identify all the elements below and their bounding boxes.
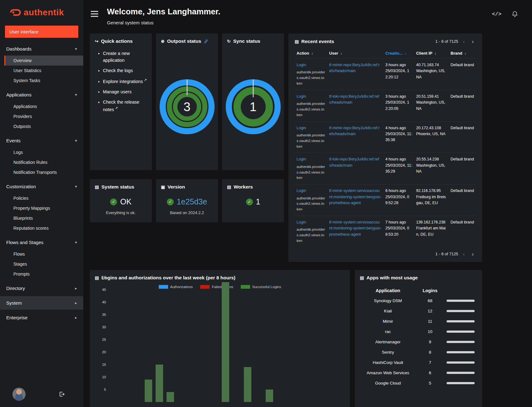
event-time-relative: 4 hours ago bbox=[385, 125, 413, 131]
sidebar-section-enterprise[interactable]: Enterprise ▸ bbox=[0, 311, 83, 324]
sidebar-item-notification-transports[interactable]: Notification Transports bbox=[4, 167, 83, 177]
sidebar-item-flows[interactable]: Flows bbox=[4, 249, 83, 259]
column-header-user[interactable]: User↕ bbox=[327, 48, 384, 59]
app-usage-row[interactable]: HashiCorp Vault 7 bbox=[360, 357, 477, 368]
legend-swatch bbox=[159, 285, 168, 289]
event-action-app: authentik.providers.oauth2.views.token bbox=[297, 101, 326, 118]
column-header-action[interactable]: Action↕ bbox=[295, 48, 327, 59]
avatar[interactable] bbox=[12, 388, 26, 401]
app-usage-row[interactable]: Mimir 11 bbox=[360, 316, 477, 326]
event-user-link[interactable]: tf-mimir-repo:BeryJu/k8s:ref:refs/heads/… bbox=[329, 63, 380, 73]
event-action-link[interactable]: Login bbox=[297, 63, 306, 67]
event-user-link[interactable]: tf-mimir-system:serviceaccount:monitorin… bbox=[329, 220, 381, 237]
sidebar-item-user-statistics[interactable]: User Statistics bbox=[4, 66, 83, 76]
sidebar-section-events[interactable]: Events ▾ bbox=[0, 134, 83, 147]
sidebar-section-applications[interactable]: Applications ▾ bbox=[0, 88, 83, 101]
sidebar-section-system[interactable]: System ▸ bbox=[0, 296, 83, 310]
column-header-creation-date[interactable]: Creatio...↕ bbox=[384, 48, 414, 59]
pagination-next-button[interactable]: › bbox=[470, 38, 476, 44]
outpost-status-icon: ⊕ bbox=[161, 39, 165, 44]
sidebar-item-policies[interactable]: Policies bbox=[4, 193, 83, 203]
event-client-location: Freiburg im Breisgau, DE, EU bbox=[416, 194, 447, 206]
event-action-link[interactable]: Login bbox=[297, 189, 306, 193]
app-logins-count: 11 bbox=[416, 319, 444, 324]
sidebar-item-providers[interactable]: Providers bbox=[4, 111, 83, 121]
table-row[interactable]: Login authentik.providers.oauth2.views.t… bbox=[295, 153, 476, 184]
table-row[interactable]: Login authentik.providers.oauth2.views.t… bbox=[295, 59, 476, 90]
chevron-down-icon: ▾ bbox=[75, 184, 77, 189]
app-usage-bar bbox=[447, 361, 475, 364]
app-usage-row[interactable]: rac 10 bbox=[360, 326, 477, 337]
event-action-link[interactable]: Login bbox=[297, 126, 306, 130]
app-usage-row[interactable]: Google Cloud 5 bbox=[360, 378, 477, 388]
app-name: Alertmanager bbox=[360, 340, 416, 344]
table-row[interactable]: Login authentik.providers.oauth2.views.t… bbox=[295, 90, 476, 121]
sidebar-item-prompts[interactable]: Prompts bbox=[4, 269, 83, 279]
event-time-absolute: 25/03/2024, 11:35:38 bbox=[385, 131, 413, 143]
external-link-icon: ↗ bbox=[115, 106, 118, 110]
recent-events-title: Recent events bbox=[301, 39, 334, 44]
event-user-link[interactable]: tf-loki-repo:BeryJu/k8s:ref:refs/heads/m… bbox=[329, 94, 379, 105]
version-value-link[interactable]: 1e25d3e bbox=[177, 197, 207, 206]
pagination-label: 1 - 6 of 7125 bbox=[435, 39, 458, 44]
quick-action-manage-users[interactable]: Manage users bbox=[103, 89, 147, 96]
authentik-logo[interactable]: authentik bbox=[0, 0, 83, 25]
sidebar-item-property-mappings[interactable]: Property Mappings bbox=[4, 203, 83, 213]
quick-action-explore-integrations[interactable]: Explore integrations↗ bbox=[103, 77, 147, 85]
column-header-brand[interactable]: Brand↕ bbox=[449, 48, 476, 59]
sidebar-section-directory[interactable]: Directory ▸ bbox=[0, 282, 83, 295]
event-action-link[interactable]: Login bbox=[297, 94, 306, 99]
dashboard-content: ↪ Quick actions Create a new application… bbox=[83, 25, 532, 407]
app-logins-count: 10 bbox=[416, 329, 444, 334]
event-user-link[interactable]: tf-mimir-repo:BeryJu/k8s:ref:refs/heads/… bbox=[329, 126, 380, 136]
sidebar-item-logs[interactable]: Logs bbox=[4, 147, 83, 157]
pagination-next-button[interactable]: › bbox=[470, 251, 476, 257]
sidebar-item-stages[interactable]: Stages bbox=[4, 259, 83, 269]
event-client-ip: 139.162.176.238 bbox=[416, 219, 447, 225]
app-usage-row[interactable]: Alertmanager 9 bbox=[360, 337, 477, 347]
pagination-prev-button[interactable]: ‹ bbox=[461, 251, 467, 257]
logout-icon[interactable] bbox=[59, 391, 65, 397]
event-time-absolute: 25/03/2024, 12:20:05 bbox=[385, 100, 413, 112]
app-name: Synology DSM bbox=[360, 298, 416, 303]
y-axis-tick: 40 bbox=[102, 300, 106, 304]
pagination-prev-button[interactable]: ‹ bbox=[461, 38, 467, 44]
api-code-icon[interactable]: </> bbox=[492, 11, 501, 17]
app-usage-row[interactable]: Amazon Web Services 6 bbox=[360, 368, 477, 378]
sidebar-item-applications[interactable]: Applications bbox=[4, 101, 83, 111]
quick-action-release-notes[interactable]: Check the release notes↗ bbox=[103, 99, 147, 113]
app-usage-row[interactable]: Kiali 12 bbox=[360, 306, 477, 316]
sidebar-item-reputation-scores[interactable]: Reputation scores bbox=[4, 223, 83, 233]
table-row[interactable]: Login authentik.providers.oauth2.views.t… bbox=[295, 216, 476, 247]
quick-action-create-application[interactable]: Create a new application bbox=[103, 50, 147, 64]
user-interface-button[interactable]: User interface bbox=[5, 26, 78, 38]
app-logins-count: 12 bbox=[416, 309, 444, 313]
quick-action-check-logs[interactable]: Check the logs bbox=[103, 67, 147, 74]
sidebar-item-outposts[interactable]: Outposts bbox=[4, 121, 83, 131]
sidebar-section-customization[interactable]: Customization ▾ bbox=[0, 180, 83, 193]
quick-actions-title: Quick actions bbox=[101, 38, 133, 44]
event-user-link[interactable]: tf-loki-repo:BeryJu/k8s:ref:refs/heads/m… bbox=[329, 157, 379, 167]
app-usage-row[interactable]: Synology DSM 68 bbox=[360, 296, 477, 306]
sidebar-item-overview[interactable]: Overview bbox=[4, 56, 83, 66]
chevron-down-icon: ▾ bbox=[75, 138, 77, 143]
external-link-icon: ↗ bbox=[144, 78, 147, 82]
app-logins-count: 9 bbox=[416, 340, 444, 344]
app-usage-row[interactable]: Sentry 8 bbox=[360, 347, 477, 357]
sidebar-section-dashboards[interactable]: Dashboards ▾ bbox=[0, 42, 83, 56]
notification-bell-icon[interactable] bbox=[511, 11, 518, 17]
sidebar-item-blueprints[interactable]: Blueprints bbox=[4, 213, 83, 223]
y-axis-tick: 20 bbox=[102, 350, 106, 354]
sidebar-item-notification-rules[interactable]: Notification Rules bbox=[4, 157, 83, 167]
event-action-link[interactable]: Login bbox=[297, 157, 306, 161]
table-row[interactable]: Login authentik.providers.oauth2.views.t… bbox=[295, 121, 476, 153]
link-icon[interactable] bbox=[204, 39, 208, 44]
table-row[interactable]: Login authentik.providers.oauth2.views.t… bbox=[295, 184, 476, 216]
event-user-link[interactable]: tf-mimir-system:serviceaccount:monitorin… bbox=[329, 189, 381, 205]
event-action-link[interactable]: Login bbox=[297, 220, 306, 224]
menu-icon[interactable] bbox=[91, 11, 98, 17]
sidebar-section-flows-and-stages[interactable]: Flows and Stages ▾ bbox=[0, 236, 83, 249]
sync-status-card: ↻ Sync status 1 bbox=[222, 33, 284, 170]
sidebar-item-system-tasks[interactable]: System Tasks bbox=[4, 76, 83, 86]
column-header-client-ip[interactable]: Client IP↕ bbox=[414, 48, 448, 59]
